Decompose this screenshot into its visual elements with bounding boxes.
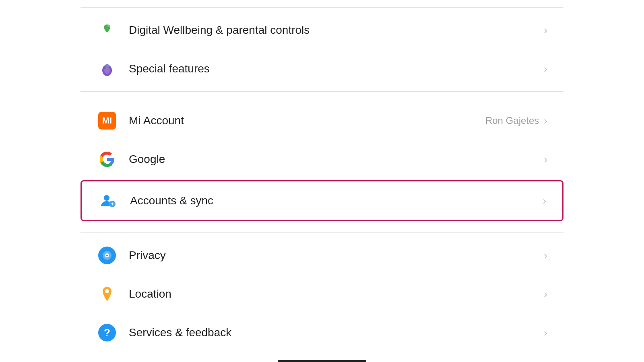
privacy-icon-wrapper	[97, 245, 118, 266]
services-feedback-label: Services & feedback	[129, 326, 544, 339]
settings-screen: Digital Wellbeing & parental controls › …	[0, 0, 644, 362]
location-chevron: ›	[544, 288, 547, 300]
services-feedback-icon: ?	[98, 324, 116, 341]
digital-wellbeing-chevron: ›	[544, 24, 547, 37]
google-icon	[98, 150, 116, 168]
privacy-chevron: ›	[544, 249, 547, 262]
accounts-sync-icon-wrapper	[98, 190, 119, 211]
accounts-sync-chevron: ›	[543, 195, 546, 207]
privacy-item[interactable]: Privacy ›	[80, 236, 564, 275]
divider-top	[80, 7, 564, 8]
svg-point-6	[104, 195, 109, 201]
svg-rect-9	[112, 203, 113, 206]
mi-account-icon: MI	[98, 112, 116, 130]
accounts-sync-icon	[99, 192, 117, 210]
divider-mid1	[80, 91, 564, 92]
services-feedback-icon-wrapper: ?	[97, 322, 118, 343]
special-features-icon	[97, 58, 118, 79]
privacy-icon	[98, 247, 116, 264]
digital-wellbeing-icon	[97, 20, 118, 41]
mi-account-chevron: ›	[544, 115, 547, 127]
services-feedback-item[interactable]: ? Services & feedback ›	[80, 313, 564, 352]
location-icon	[98, 285, 116, 303]
google-label: Google	[129, 153, 544, 166]
settings-list: Digital Wellbeing & parental controls › …	[80, 4, 564, 352]
divider-mid2	[80, 232, 564, 233]
home-indicator	[278, 360, 366, 362]
special-features-label: Special features	[129, 62, 544, 75]
mi-account-user: Ron Gajetes	[485, 115, 539, 126]
accounts-sync-label: Accounts & sync	[130, 194, 543, 207]
digital-wellbeing-item[interactable]: Digital Wellbeing & parental controls ›	[80, 11, 564, 49]
mi-account-item[interactable]: MI Mi Account Ron Gajetes ›	[80, 101, 564, 140]
svg-point-13	[105, 289, 109, 293]
location-label: Location	[129, 288, 544, 300]
location-icon-wrapper	[97, 284, 118, 304]
special-features-item[interactable]: Special features ›	[80, 49, 564, 88]
svg-point-12	[106, 255, 108, 256]
google-item[interactable]: Google ›	[80, 140, 564, 179]
svg-point-5	[103, 66, 106, 69]
location-item[interactable]: Location ›	[80, 275, 564, 313]
mi-account-icon-wrapper: MI	[97, 110, 118, 131]
special-features-chevron: ›	[544, 63, 547, 75]
accounts-sync-item[interactable]: Accounts & sync ›	[80, 180, 564, 221]
google-chevron: ›	[544, 153, 547, 166]
privacy-label: Privacy	[129, 249, 544, 262]
digital-wellbeing-label: Digital Wellbeing & parental controls	[129, 24, 544, 37]
services-feedback-chevron: ›	[544, 327, 547, 339]
svg-point-1	[107, 25, 110, 27]
mi-account-label: Mi Account	[129, 114, 485, 127]
google-icon-wrapper	[97, 149, 118, 170]
